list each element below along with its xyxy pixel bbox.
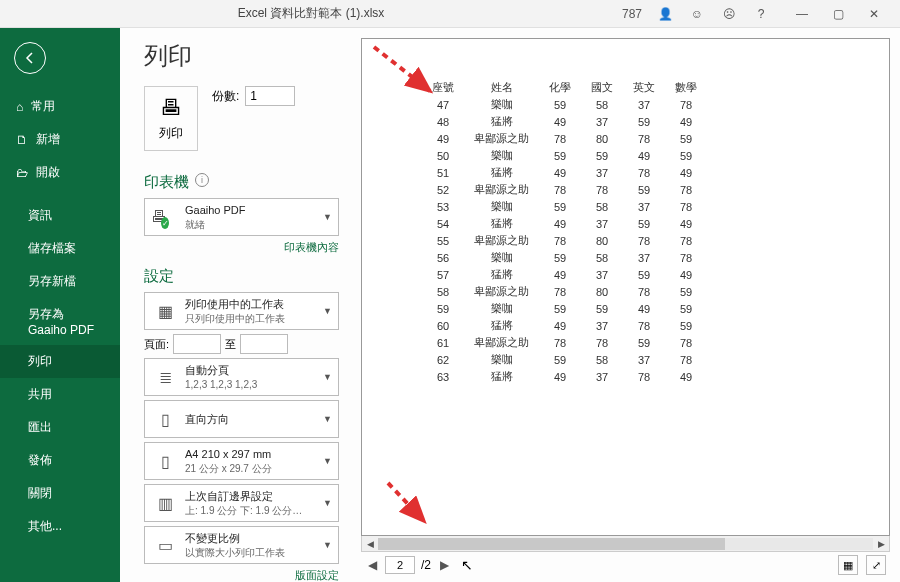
show-margins-button[interactable]: ▦ [838, 555, 858, 575]
scope-l1: 列印使用中的工作表 [185, 297, 332, 311]
sidebar-item-11[interactable]: 關閉 [0, 477, 120, 510]
sidebar-item-10[interactable]: 發佈 [0, 444, 120, 477]
copies-input[interactable] [245, 86, 295, 106]
table-row: 47樂咖59583778 [422, 96, 707, 113]
titlebar: Excel 資料比對範本 (1).xlsx 787 👤 ☺ ☹ ? — ▢ ✕ [0, 0, 900, 28]
table-row: 56樂咖59583778 [422, 249, 707, 266]
svg-line-1 [388, 483, 424, 521]
sidebar-item-label: 開啟 [36, 164, 60, 181]
collate-selector[interactable]: ≣ 自動分頁 1,2,3 1,2,3 1,2,3 ▼ [144, 358, 339, 396]
table-row: 59樂咖59594959 [422, 300, 707, 317]
pages-from-input[interactable] [173, 334, 221, 354]
table-row: 61卑鄙源之助78785978 [422, 334, 707, 351]
sidebar-item-0[interactable]: ⌂常用 [0, 90, 120, 123]
maximize-button[interactable]: ▢ [820, 0, 856, 28]
sidebar-item-3[interactable]: 資訊 [0, 199, 120, 232]
table-row: 48猛將49375949 [422, 113, 707, 130]
collate-icon: ≣ [151, 363, 179, 391]
table-row: 49卑鄙源之助78807859 [422, 130, 707, 147]
paper-size-selector[interactable]: ▯ A4 210 x 297 mm 21 公分 x 29.7 公分 ▼ [144, 442, 339, 480]
preview-sheet: 座號姓名化學國文英文數學 47樂咖5958377848猛將4937594949卑… [361, 38, 890, 536]
prev-page-button[interactable]: ◀ [365, 558, 379, 572]
preview-horizontal-scrollbar[interactable]: ◀ ▶ [361, 536, 890, 552]
print-button[interactable]: 🖶 列印 [144, 86, 198, 151]
table-row: 58卑鄙源之助78807859 [422, 283, 707, 300]
sidebar-item-label: 新增 [36, 131, 60, 148]
table-header: 數學 [665, 79, 707, 96]
print-preview-panel: 座號姓名化學國文英文數學 47樂咖5958377848猛將4937594949卑… [355, 28, 900, 582]
page-setup-link[interactable]: 版面設定 [144, 568, 339, 582]
sidebar-item-6[interactable]: 另存為 Gaaiho PDF [0, 298, 120, 345]
user-icon[interactable]: 👤 [656, 5, 674, 23]
page-icon: ▯ [151, 447, 179, 475]
sidebar-item-label: 其他... [28, 518, 62, 535]
paper-l2: 21 公分 x 29.7 公分 [185, 462, 332, 475]
table-row: 63猛將49377849 [422, 368, 707, 385]
table-header: 姓名 [464, 79, 539, 96]
next-page-button[interactable]: ▶ [437, 558, 451, 572]
table-header: 座號 [422, 79, 464, 96]
sidebar-item-12[interactable]: 其他... [0, 510, 120, 543]
table-row: 62樂咖59583778 [422, 351, 707, 368]
sidebar-item-4[interactable]: 儲存檔案 [0, 232, 120, 265]
paper-l1: A4 210 x 297 mm [185, 447, 332, 461]
print-settings-panel: 列印 🖶 列印 份數: 印表機 i 🖶✓ Gaaiho PDF [120, 28, 355, 582]
orient-l1: 直向方向 [185, 412, 332, 426]
sad-icon[interactable]: ☹ [720, 5, 738, 23]
sidebar-item-label: 另存為 Gaaiho PDF [28, 306, 104, 337]
table-row: 57猛將49375949 [422, 266, 707, 283]
sidebar-item-7[interactable]: 列印 [0, 345, 120, 378]
chevron-down-icon: ▼ [323, 306, 332, 316]
sidebar-item-label: 常用 [31, 98, 55, 115]
copies-label: 份數: [212, 88, 239, 105]
scaling-selector[interactable]: ▭ 不變更比例 以實際大小列印工作表 ▼ [144, 526, 339, 564]
print-scope-selector[interactable]: ▦ 列印使用中的工作表 只列印使用中的工作表 ▼ [144, 292, 339, 330]
minimize-button[interactable]: — [784, 0, 820, 28]
collate-l1: 自動分頁 [185, 363, 332, 377]
page-number-input[interactable] [385, 556, 415, 574]
table-row: 54猛將49375949 [422, 215, 707, 232]
window-title: Excel 資料比對範本 (1).xlsx [0, 5, 622, 22]
scroll-right-icon[interactable]: ▶ [873, 539, 889, 549]
help-icon[interactable]: ? [752, 5, 770, 23]
printer-selector[interactable]: 🖶✓ Gaaiho PDF 就緒 ▼ [144, 198, 339, 236]
home-icon: ⌂ [16, 100, 23, 114]
margins-l1: 上次自訂邊界設定 [185, 489, 332, 503]
sidebar-item-1[interactable]: 🗋新增 [0, 123, 120, 156]
titlebar-number: 787 [622, 7, 642, 21]
collate-l2: 1,2,3 1,2,3 1,2,3 [185, 378, 332, 391]
sidebar-item-label: 共用 [28, 386, 52, 403]
sidebar-item-label: 儲存檔案 [28, 240, 76, 257]
close-button[interactable]: ✕ [856, 0, 892, 28]
table-row: 55卑鄙源之助78807878 [422, 232, 707, 249]
sidebar-item-8[interactable]: 共用 [0, 378, 120, 411]
printer-device-icon: 🖶✓ [151, 203, 179, 231]
pages-to-input[interactable] [240, 334, 288, 354]
margins-selector[interactable]: ▥ 上次自訂邊界設定 上: 1.9 公分 下: 1.9 公分… ▼ [144, 484, 339, 522]
new-icon: 🗋 [16, 133, 28, 147]
margins-icon: ▥ [151, 489, 179, 517]
info-icon[interactable]: i [195, 173, 209, 187]
sidebar-item-5[interactable]: 另存新檔 [0, 265, 120, 298]
page-total: /2 [421, 558, 431, 572]
settings-section-heading: 設定 [144, 267, 339, 286]
print-button-label: 列印 [159, 125, 183, 142]
zoom-to-page-button[interactable]: ⤢ [866, 555, 886, 575]
pages-label: 頁面: [144, 337, 169, 352]
sidebar-item-label: 另存新檔 [28, 273, 76, 290]
orientation-selector[interactable]: ▯ 直向方向 ▼ [144, 400, 339, 438]
portrait-icon: ▯ [151, 405, 179, 433]
smile-icon[interactable]: ☺ [688, 5, 706, 23]
chevron-down-icon: ▼ [323, 212, 332, 222]
sidebar-item-2[interactable]: 🗁開啟 [0, 156, 120, 189]
table-row: 52卑鄙源之助78785978 [422, 181, 707, 198]
margins-l2: 上: 1.9 公分 下: 1.9 公分… [185, 504, 332, 517]
scroll-left-icon[interactable]: ◀ [362, 539, 378, 549]
back-button[interactable] [14, 42, 46, 74]
printer-properties-link[interactable]: 印表機內容 [144, 240, 339, 255]
annotation-arrow-bottom [382, 479, 442, 533]
sidebar-item-label: 匯出 [28, 419, 52, 436]
sidebar-item-label: 關閉 [28, 485, 52, 502]
sidebar-item-9[interactable]: 匯出 [0, 411, 120, 444]
page-title: 列印 [144, 40, 339, 72]
